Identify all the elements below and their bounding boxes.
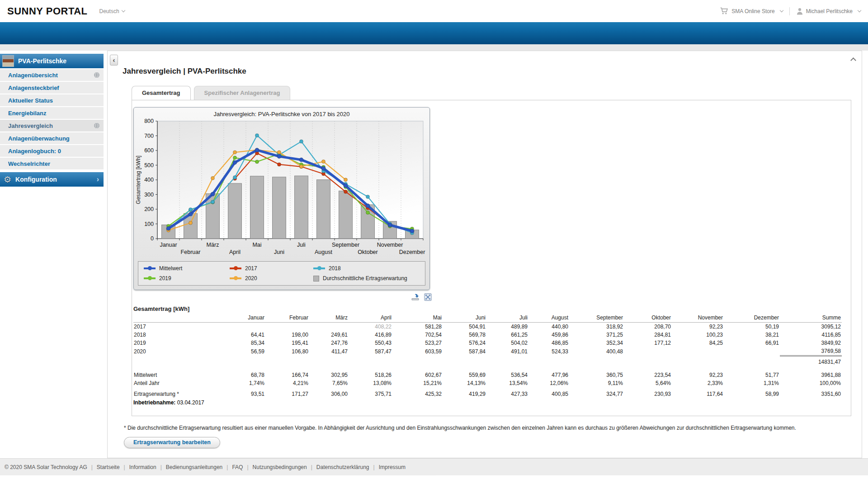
scroll-top-chevron-icon[interactable]: [850, 57, 856, 63]
legend-line-swatch: [230, 267, 241, 269]
table-title: Gesamtertrag [kWh]: [133, 305, 851, 312]
sidebar-item-anlagenlogbuch-0[interactable]: Anlagenlogbuch: 0: [0, 145, 104, 157]
chart-toolbar: [133, 293, 432, 301]
table-row: Ertragserwartung *93,51171,27306,00375,7…: [133, 390, 842, 398]
edit-expectation-button[interactable]: Ertragserwartung bearbeiten: [124, 437, 220, 448]
svg-text:700: 700: [144, 133, 154, 139]
legend-item: 2017: [230, 265, 313, 272]
column-header: Juni: [443, 313, 486, 323]
legend-item: 2020: [230, 275, 313, 282]
chart-legend: Mittelwert2017201820192020Durchschnittli…: [138, 261, 425, 286]
sidebar-item-label: Energiebilanz: [8, 108, 100, 119]
column-header: Summe: [780, 313, 842, 323]
legend-line-swatch: [144, 267, 156, 269]
column-header: Oktober: [624, 313, 672, 323]
sunny-portal-logo: SUNNY PORTAL: [7, 5, 88, 17]
sidebar-item-label: Anlagensteckbrief: [8, 82, 100, 94]
column-header: Juli: [486, 313, 528, 323]
user-icon: [796, 8, 803, 15]
grand-total-row: 14831,47: [133, 356, 842, 366]
main-panel: ‹ Jahresvergleich | PVA-Perlitschke Gesa…: [107, 51, 862, 458]
footer-link-information[interactable]: Information: [129, 464, 156, 470]
svg-text:200: 200: [144, 206, 154, 212]
footer-link-bedienungsanleitungen[interactable]: Bedienungsanleitungen: [166, 464, 222, 470]
svg-text:100: 100: [144, 221, 154, 227]
svg-text:Dezember: Dezember: [399, 249, 425, 255]
column-header: Mai: [392, 313, 443, 323]
chevron-down-icon: [121, 9, 125, 12]
footer-link-datenschutzerklärung[interactable]: Datenschutzerklärung: [316, 464, 369, 470]
sidebar: PVA-Perlitschke AnlagenübersichtAnlagens…: [0, 54, 104, 187]
column-header: April: [349, 313, 392, 323]
sidebar-item-anlagenübersicht[interactable]: Anlagenübersicht: [0, 69, 104, 81]
svg-text:800: 800: [144, 118, 154, 124]
sidebar-item-label: Jahresvergleich: [8, 120, 94, 131]
table-row: Mittelwert68,78166,74302,95518,26602,675…: [133, 371, 842, 379]
tab-gesamtertrag[interactable]: Gesamtertrag: [132, 86, 191, 100]
svg-text:Juli: Juli: [297, 242, 306, 248]
yield-table: JanuarFebruarMärzAprilMaiJuniJuliAugustS…: [133, 313, 842, 398]
legend-item: 2019: [144, 275, 230, 282]
sidebar-item-aktueller-status[interactable]: Aktueller Status: [0, 94, 104, 106]
legend-item: 2018: [313, 265, 420, 272]
footer-link-faq[interactable]: FAQ: [232, 464, 243, 470]
fullscreen-icon[interactable]: [424, 293, 432, 301]
table-row: 2017408,22581,28504,91489,89440,80318,92…: [133, 323, 842, 331]
footer-link-startseite[interactable]: Startseite: [97, 464, 120, 470]
plant-name: PVA-Perlitschke: [18, 57, 66, 65]
online-store-menu[interactable]: SMA Online Store: [720, 7, 783, 15]
chevron-right-icon: ›: [97, 175, 99, 183]
expectation-footnote: * Die durchschnittliche Ertragserwartung…: [124, 425, 862, 431]
language-label: Deutsch: [99, 8, 119, 14]
globe-icon: [94, 122, 100, 129]
sidebar-item-jahresvergleich[interactable]: Jahresvergleich: [0, 120, 104, 131]
year-comparison-chart-panel: Jahresvergleich: PVA-Perlitschke von 201…: [133, 107, 430, 290]
sidebar-item-anlagensteckbrief[interactable]: Anlagensteckbrief: [0, 82, 104, 94]
legend-line-swatch: [144, 277, 156, 279]
sidebar-item-label: Anlagenüberwachung: [8, 133, 100, 144]
svg-text:April: April: [229, 249, 241, 255]
footer-link-impressum[interactable]: Impressum: [379, 464, 406, 470]
svg-text:September: September: [332, 242, 359, 248]
tab-spezifischer-anlagenertrag[interactable]: Spezifischer Anlagenertrag: [194, 86, 291, 100]
table-row: Anteil Jahr1,74%4,21%7,65%13,08%15,21%14…: [133, 379, 842, 387]
svg-text:Januar: Januar: [160, 242, 177, 248]
svg-text:November: November: [377, 242, 403, 248]
footer: © 2020 SMA Solar Technology AG |Startsei…: [0, 458, 868, 475]
chevron-down-icon: [858, 9, 861, 12]
year-comparison-chart: 0100200300400500600700800Gesamtertrag [k…: [134, 117, 429, 260]
user-name-label: Michael Perlitschke: [806, 8, 853, 14]
sidebar-item-wechselrichter[interactable]: Wechselrichter: [0, 158, 104, 169]
legend-box-swatch: [313, 276, 319, 282]
export-chart-icon[interactable]: [411, 293, 420, 301]
commissioning-date: Inbetriebnahme: 03.04.2017: [133, 399, 851, 406]
column-header: September: [569, 313, 624, 323]
globe-icon: [94, 72, 100, 78]
svg-text:Juni: Juni: [274, 249, 284, 255]
cart-icon: [720, 7, 729, 15]
column-header: Dezember: [724, 313, 780, 323]
copyright: © 2020 SMA Solar Technology AG: [5, 464, 87, 470]
language-selector[interactable]: Deutsch: [99, 8, 125, 14]
svg-text:400: 400: [144, 177, 154, 183]
content-top-strip: [0, 44, 868, 51]
konfiguration-label: Konfiguration: [15, 176, 97, 183]
footer-link-nutzungsbedingungen[interactable]: Nutzungsbedingungen: [253, 464, 307, 470]
top-header: SUNNY PORTAL Deutsch SMA Online Store Mi…: [0, 0, 868, 22]
table-row: 201985,34195,41247,76550,43523,27576,245…: [133, 339, 842, 347]
chart-title: Jahresvergleich: PVA-Perlitschke von 201…: [134, 108, 429, 117]
svg-text:600: 600: [144, 147, 154, 154]
tab-bar: Gesamtertrag Spezifischer Anlagenertrag: [132, 86, 862, 100]
user-menu[interactable]: Michael Perlitschke: [796, 8, 861, 15]
sidebar-item-konfiguration[interactable]: ⚙ Konfiguration ›: [0, 172, 104, 187]
sidebar-collapse-button[interactable]: ‹: [110, 55, 118, 66]
column-header: [133, 313, 219, 323]
sidebar-item-anlagenüberwachung[interactable]: Anlagenüberwachung: [0, 132, 104, 144]
plant-header[interactable]: PVA-Perlitschke: [0, 54, 104, 68]
table-row: 202056,59106,80411,47587,47603,59587,844…: [133, 347, 842, 356]
legend-item: Mittelwert: [144, 265, 230, 272]
column-header: März: [309, 313, 349, 323]
sidebar-item-energiebilanz[interactable]: Energiebilanz: [0, 107, 104, 119]
sidebar-item-label: Wechselrichter: [8, 158, 100, 169]
online-store-label: SMA Online Store: [731, 8, 774, 14]
